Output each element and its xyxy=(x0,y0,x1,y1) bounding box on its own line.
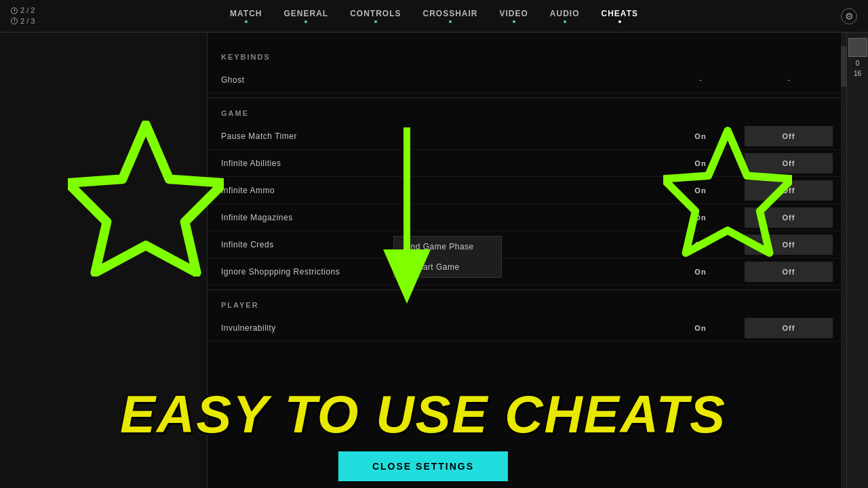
context-end-game-phase[interactable]: End Game Phase xyxy=(394,237,501,257)
nav-video[interactable]: VIDEO xyxy=(500,6,528,26)
infinite-ammo-off[interactable]: Off xyxy=(745,180,833,201)
ignore-shopping-on[interactable]: On xyxy=(656,262,745,282)
infinite-magazines-label: Infinite Magazines xyxy=(221,213,656,222)
timer-icon-1 xyxy=(11,7,18,14)
game-header: GAME xyxy=(208,102,846,123)
nav-match[interactable]: MATCH xyxy=(230,6,262,26)
timer-display: 2 / 2 2 / 3 xyxy=(11,5,35,26)
infinite-creds-on[interactable]: On xyxy=(656,235,745,255)
nav-controls[interactable]: CONTROLS xyxy=(350,6,401,26)
pause-match-timer-on[interactable]: On xyxy=(656,126,745,146)
score-2: 16 xyxy=(854,70,861,77)
invulnerability-toggle: On Off xyxy=(656,318,833,338)
avatar xyxy=(848,38,867,57)
divider-1 xyxy=(208,98,846,98)
context-menu: End Game Phase Restart Game xyxy=(393,236,502,278)
nav-items: MATCH GENERAL CONTROLS CROSSHAIR VIDEO A… xyxy=(230,6,638,26)
ignore-shopping-toggle: On Off xyxy=(656,262,833,282)
ghost-key2[interactable]: - xyxy=(745,75,833,85)
infinite-ammo-toggle: On Off xyxy=(656,180,833,201)
ignore-shopping-off[interactable]: Off xyxy=(745,262,833,282)
infinite-ammo-row: Infinite Ammo On Off xyxy=(208,177,846,204)
nav-crosshair[interactable]: CROSSHAIR xyxy=(422,6,477,26)
infinite-abilities-off[interactable]: Off xyxy=(745,153,833,174)
right-panel: 0 16 xyxy=(846,33,868,488)
scroll-track[interactable] xyxy=(841,33,846,488)
nav-audio[interactable]: AUDIO xyxy=(550,6,580,26)
infinite-abilities-on[interactable]: On xyxy=(656,153,745,174)
score-1: 0 xyxy=(856,60,860,67)
ghost-label: Ghost xyxy=(221,75,656,85)
player-header: PLAYER xyxy=(208,294,846,314)
pause-match-timer-label: Pause Match Timer xyxy=(221,131,656,141)
ghost-keybind-group: - - xyxy=(656,75,833,85)
infinite-abilities-toggle: On Off xyxy=(656,153,833,174)
ignore-shopping-row: Ignore Shoppping Restrictions On Off xyxy=(208,258,846,285)
keybinds-header: KEYBINDS xyxy=(208,46,846,66)
infinite-magazines-toggle: On Off xyxy=(656,207,833,228)
close-settings-button[interactable]: CLOSE SETTINGS xyxy=(338,451,508,481)
top-nav: 2 / 2 2 / 3 MATCH GENERAL CONTROLS CROSS… xyxy=(0,0,868,33)
settings-gear[interactable]: ⚙ xyxy=(841,8,857,24)
timer-value-2: 2 / 3 xyxy=(20,16,35,26)
infinite-magazines-row: Infinite Magazines On Off xyxy=(208,204,846,231)
pause-match-timer-off[interactable]: Off xyxy=(745,126,833,146)
context-restart-game[interactable]: Restart Game xyxy=(394,257,501,277)
invulnerability-off[interactable]: Off xyxy=(745,318,833,338)
main-content: KEYBINDS Ghost - - GAME Pause Match Time… xyxy=(0,33,846,488)
infinite-ammo-label: Infinite Ammo xyxy=(221,186,656,195)
ghost-key1[interactable]: - xyxy=(656,75,745,85)
timer-value-1: 2 / 2 xyxy=(20,5,35,16)
infinite-creds-toggle: On Off xyxy=(656,235,833,255)
divider-2 xyxy=(208,289,846,290)
infinite-creds-off[interactable]: Off xyxy=(745,235,833,255)
infinite-magazines-on[interactable]: On xyxy=(656,207,745,228)
timer-icon-2 xyxy=(11,18,18,24)
nav-general[interactable]: GENERAL xyxy=(283,6,328,26)
invulnerability-label: Invulnerability xyxy=(221,323,656,333)
infinite-ammo-on[interactable]: On xyxy=(656,180,745,201)
pause-match-timer-toggle: On Off xyxy=(656,126,833,146)
keybinds-ghost-row: Ghost - - xyxy=(208,66,846,94)
invulnerability-row: Invulnerability On Off xyxy=(208,314,846,342)
infinite-abilities-row: Infinite Abilities On Off xyxy=(208,150,846,177)
scroll-thumb[interactable] xyxy=(841,46,846,87)
infinite-creds-row: Infinite Creds On Off xyxy=(208,231,846,258)
settings-panel: KEYBINDS Ghost - - GAME Pause Match Time… xyxy=(207,33,846,488)
nav-cheats[interactable]: CHEATS xyxy=(601,6,638,26)
infinite-abilities-label: Infinite Abilities xyxy=(221,159,656,168)
settings-icon[interactable]: ⚙ xyxy=(841,8,857,24)
infinite-magazines-off[interactable]: Off xyxy=(745,207,833,228)
pause-match-timer-row: Pause Match Timer On Off xyxy=(208,123,846,150)
invulnerability-on[interactable]: On xyxy=(656,318,745,338)
